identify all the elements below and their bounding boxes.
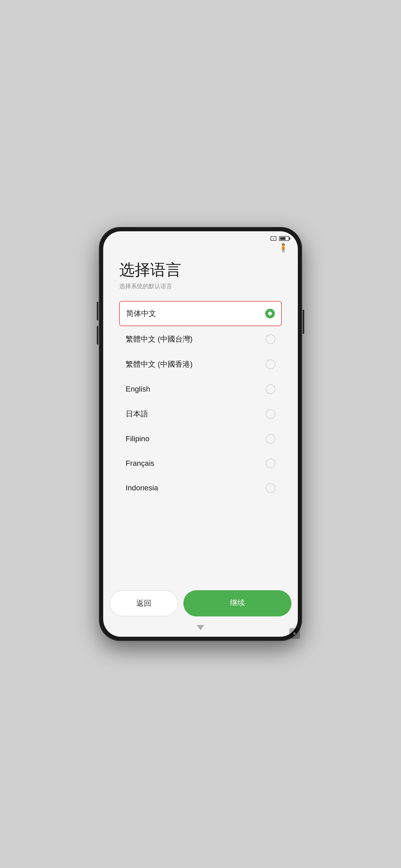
language-name: 繁體中文 (中國台灣)	[126, 334, 193, 344]
battery-icon	[279, 236, 289, 241]
language-name: Indonesia	[126, 484, 158, 492]
nav-bar	[103, 622, 298, 637]
radio-button-checked	[265, 309, 275, 318]
page-wrapper: × 🧍 选择语言 选择系统的默认语言 简体中文	[0, 0, 401, 868]
phone-screen: × 🧍 选择语言 选择系统的默认语言 简体中文	[103, 231, 298, 637]
volume-down-button	[97, 326, 98, 344]
signal-icon: ×	[270, 236, 277, 241]
language-name: Français	[126, 459, 154, 468]
language-item-indonesian[interactable]: Indonesia	[119, 476, 282, 500]
volume-up-button	[97, 302, 98, 320]
language-name: 日本語	[126, 409, 148, 419]
phone-device: × 🧍 选择语言 选择系统的默认语言 简体中文	[99, 227, 302, 641]
back-button[interactable]: 返回	[110, 590, 178, 616]
language-item-japanese[interactable]: 日本語	[119, 402, 282, 426]
back-nav-icon[interactable]	[197, 625, 204, 630]
language-name: Filipino	[126, 435, 149, 443]
language-item-traditional-chinese-hongkong[interactable]: 繁體中文 (中國香港)	[119, 352, 282, 376]
page-title: 选择语言	[119, 260, 282, 279]
radio-button-unchecked	[266, 483, 275, 493]
language-item-traditional-chinese-taiwan[interactable]: 繁體中文 (中國台灣)	[119, 327, 282, 351]
radio-button-unchecked	[266, 434, 275, 444]
continue-button[interactable]: 继续	[183, 590, 291, 616]
bottom-buttons: 返回 继续	[103, 586, 298, 622]
accessibility-icon: 🧍	[278, 243, 288, 252]
content-area: 选择语言 选择系统的默认语言 简体中文 繁體中文 (中國台灣)	[103, 255, 298, 586]
radio-button-unchecked	[266, 360, 275, 369]
language-name: 繁體中文 (中國香港)	[126, 359, 193, 369]
battery-fill	[280, 237, 286, 240]
watermark: 图	[289, 628, 300, 639]
language-list: 简体中文 繁體中文 (中國台灣) 繁體中文 (中國香港)	[119, 301, 282, 581]
radio-button-unchecked	[266, 409, 275, 419]
radio-button-unchecked	[266, 334, 275, 344]
language-name: 简体中文	[126, 308, 156, 319]
language-item-french[interactable]: Français	[119, 452, 282, 475]
status-bar: ×	[103, 231, 298, 243]
power-button	[303, 310, 304, 334]
language-item-english[interactable]: English	[119, 377, 282, 401]
language-item-filipino[interactable]: Filipino	[119, 427, 282, 451]
radio-button-unchecked	[266, 384, 275, 394]
page-subtitle: 选择系统的默认语言	[119, 282, 282, 290]
language-name: English	[126, 385, 150, 394]
accessibility-area: 🧍	[103, 243, 298, 255]
radio-button-unchecked	[266, 459, 275, 468]
language-item-simplified-chinese[interactable]: 简体中文	[119, 301, 282, 326]
